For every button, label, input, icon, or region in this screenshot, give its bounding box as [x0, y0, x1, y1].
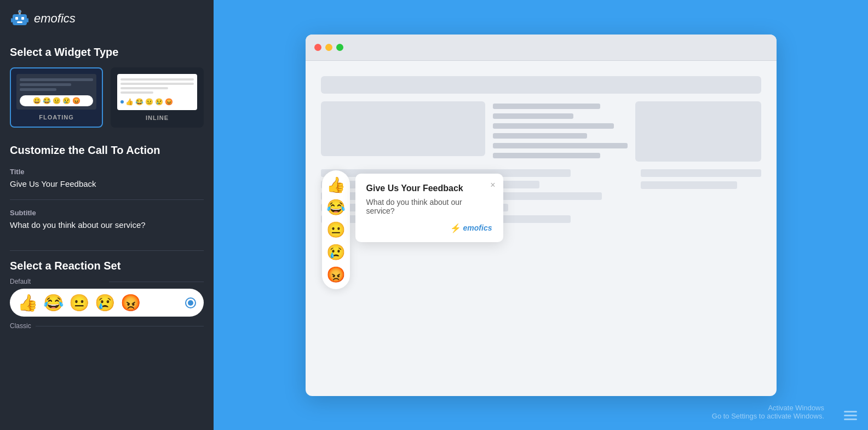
- emoji-cry: 😢: [95, 293, 115, 312]
- content-line: [493, 153, 601, 158]
- title-field-label: Title: [10, 168, 204, 176]
- subtitle-field-value[interactable]: What do you think about our service?: [10, 220, 204, 230]
- content-line: [493, 143, 628, 148]
- preview-line: [120, 78, 194, 81]
- reaction-radio-default[interactable]: [185, 297, 196, 308]
- emoji-neutral: 😐: [69, 293, 89, 312]
- preview-emoji-bar: 👍 😂 😐 😢 😡: [120, 98, 194, 106]
- classic-label: Classic: [10, 322, 204, 330]
- app-name: emofics: [34, 12, 76, 26]
- inline-label: INLINE: [146, 114, 169, 121]
- preview-line: [120, 91, 153, 94]
- reaction-section: Select a Reaction Set Default 👍 😂 😐 😢 😡 …: [0, 240, 214, 330]
- radio-selected-indicator: [188, 300, 193, 306]
- sidebar-emoji-laugh[interactable]: 😂: [326, 198, 346, 216]
- sidebar-emoji-neutral[interactable]: 😐: [326, 221, 346, 239]
- sidebar-emoji-cry[interactable]: 😢: [326, 243, 346, 261]
- popup-brand-icon: ⚡: [450, 223, 461, 233]
- preview-line: [20, 83, 71, 86]
- browser-dot-red[interactable]: [314, 44, 321, 51]
- popup-brand: ⚡ emofics: [366, 223, 492, 233]
- robot-icon: [10, 9, 30, 28]
- preview-line: [20, 88, 56, 91]
- default-label: Default: [10, 278, 204, 285]
- floating-label: FLOATING: [39, 114, 73, 121]
- reaction-bar-default[interactable]: 👍 😂 😐 😢 😡: [10, 289, 204, 317]
- floating-preview: 😀 😂 😐 😢 😡: [16, 74, 96, 110]
- ham-line: [844, 411, 857, 412]
- browser-mockup: 👍 😂 😐 😢 😡 × Give Us Your Feedback What d…: [306, 35, 777, 396]
- browser-dot-yellow[interactable]: [325, 44, 332, 51]
- ham-line: [844, 418, 857, 420]
- content-line: [493, 133, 587, 139]
- widget-type-inline[interactable]: 👍 😂 😐 😢 😡 INLINE: [111, 67, 204, 128]
- svg-rect-2: [21, 17, 24, 20]
- content-right-column: [641, 169, 761, 223]
- popup-card: × Give Us Your Feedback What do you thin…: [355, 174, 503, 242]
- browser-content: 👍 😂 😐 😢 😡 × Give Us Your Feedback What d…: [306, 61, 777, 396]
- main-area: 👍 😂 😐 😢 😡 × Give Us Your Feedback What d…: [214, 0, 868, 430]
- preview-line: [120, 83, 194, 85]
- emoji-thumbsup: 👍: [18, 293, 38, 312]
- content-line-block: [641, 181, 737, 189]
- popup-subtitle: What do you think about our service?: [366, 198, 492, 215]
- hamburger-menu[interactable]: [844, 411, 857, 420]
- content-right-block: [635, 101, 761, 162]
- widget-type-options: 😀 😂 😐 😢 😡 FLOATING: [10, 67, 204, 128]
- floating-widget: 👍 😂 😐 😢 😡 × Give Us Your Feedback What d…: [322, 170, 503, 289]
- widget-type-floating[interactable]: 😀 😂 😐 😢 😡 FLOATING: [10, 67, 103, 128]
- inline-preview: 👍 😂 😐 😢 😡: [117, 74, 197, 110]
- preview-emoji-bar: 😀 😂 😐 😢 😡: [20, 95, 93, 106]
- content-right-lines: [493, 101, 628, 162]
- windows-line2: Go to Settings to activate Windows.: [712, 412, 824, 420]
- divider: [10, 250, 204, 251]
- svg-rect-3: [17, 21, 22, 23]
- cta-title: Customize the Call To Action: [10, 144, 204, 157]
- sidebar-logo: emofics: [0, 0, 214, 37]
- content-header-block: [321, 76, 761, 94]
- svg-rect-0: [13, 14, 27, 25]
- content-line: [493, 104, 601, 109]
- svg-rect-1: [15, 17, 18, 20]
- reaction-set-title: Select a Reaction Set: [10, 260, 204, 272]
- popup-brand-text: emofics: [463, 223, 492, 232]
- title-field-value[interactable]: Give Us Your Feedback: [10, 179, 204, 188]
- content-line: [493, 113, 574, 119]
- emoji-angry: 😡: [120, 293, 141, 312]
- emoji-sidebar: 👍 😂 😐 😢 😡: [322, 170, 350, 289]
- subtitle-field-label: Subtitle: [10, 209, 204, 217]
- preview-line: [20, 78, 93, 81]
- sidebar: emofics Select a Widget Type 😀 😂 😐 😢 😡: [0, 0, 214, 430]
- svg-point-5: [19, 10, 21, 13]
- windows-notice: Activate Windows Go to Settings to activ…: [712, 404, 824, 420]
- popup-title: Give Us Your Feedback: [366, 184, 492, 193]
- widget-type-section: Select a Widget Type 😀 😂 😐 😢 😡 FLO: [0, 37, 214, 139]
- popup-close-button[interactable]: ×: [490, 180, 495, 190]
- browser-dot-green[interactable]: [336, 44, 343, 51]
- content-two-col: [321, 101, 761, 162]
- ham-line: [844, 415, 857, 416]
- preview-line: [120, 87, 168, 89]
- content-line-block: [641, 169, 761, 177]
- svg-rect-6: [11, 18, 13, 22]
- divider: [10, 199, 204, 200]
- emoji-laugh: 😂: [43, 293, 64, 312]
- cta-section: Customize the Call To Action Title Give …: [0, 139, 214, 240]
- sidebar-emoji-angry[interactable]: 😡: [326, 266, 346, 284]
- widget-type-title: Select a Widget Type: [10, 46, 204, 59]
- windows-line1: Activate Windows: [712, 404, 824, 412]
- browser-bar: [306, 35, 777, 61]
- svg-rect-7: [27, 18, 28, 22]
- content-line: [493, 123, 614, 129]
- content-left-block: [321, 101, 485, 156]
- sidebar-emoji-thumbsup[interactable]: 👍: [326, 176, 346, 194]
